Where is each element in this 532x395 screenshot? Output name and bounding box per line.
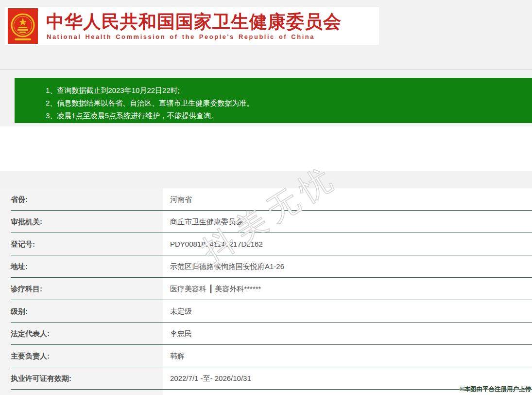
field-value: 未定级	[170, 300, 192, 323]
copyright-note: ©本图由平台注册用户上传	[460, 385, 531, 394]
header-divider	[0, 69, 532, 70]
field-label: 审批机关:	[11, 211, 42, 233]
field-label: 登记号:	[11, 233, 35, 255]
table-row: 主要负责人: 韩辉	[0, 345, 532, 367]
field-label: 法定代表人:	[11, 323, 50, 345]
page: 中华人民共和国国家卫生健康委员会 National Health Commiss…	[0, 0, 532, 395]
table-row: 诊疗科目: 医疗美容科 ┃ 美容外科******	[0, 278, 532, 300]
field-value: 示范区归德路候恂路国安悦府A1-26	[170, 255, 284, 278]
field-label: 级别:	[11, 300, 28, 323]
notice-line-2: 2、信息数据结果以各省、自治区、直辖市卫生健康委数据为准。	[46, 97, 532, 109]
table-row: 省份: 河南省	[0, 188, 532, 211]
field-label: 诊疗科目:	[11, 278, 42, 300]
field-value: 李忠民	[170, 323, 192, 345]
field-label: 省份:	[11, 188, 28, 211]
site-title-english: National Health Commission of the People…	[47, 33, 315, 40]
china-national-emblem-icon	[8, 8, 38, 44]
table-row: 地址: 示范区归德路候恂路国安悦府A1-26	[0, 255, 532, 278]
notice-line-1: 1、查询数据截止到2023年10月22日22时;	[46, 84, 532, 97]
field-value: 河南省	[170, 188, 192, 211]
table-row: 审批机关: 商丘市卫生健康委员会	[0, 211, 532, 233]
table-row: 登记号: PDY00818541140217D2162	[0, 233, 532, 255]
notice-box: 1、查询数据截止到2023年10月22日22时; 2、信息数据结果以各省、自治区…	[15, 78, 532, 123]
field-label: 地址:	[11, 255, 28, 278]
field-value: PDY00818541140217D2162	[170, 233, 263, 255]
table-row: 级别: 未定级	[0, 300, 532, 323]
notice-line-3: 3、凌晨1点至凌晨5点系统进行维护，不能提供查询。	[46, 109, 532, 122]
field-label: 执业许可证有效期:	[11, 367, 71, 390]
field-label: 主要负责人:	[11, 345, 50, 367]
table-row: 执业许可证有效期: 2022/7/1 -至- 2026/10/31	[0, 367, 532, 390]
site-header: 中华人民共和国国家卫生健康委员会 National Health Commiss…	[5, 7, 379, 45]
field-value: 商丘市卫生健康委员会	[170, 211, 243, 233]
site-title-chinese: 中华人民共和国国家卫生健康委员会	[46, 10, 342, 34]
row-divider	[11, 389, 532, 390]
field-value: 2022/7/1 -至- 2026/10/31	[170, 367, 251, 390]
table-row: 法定代表人: 李忠民	[0, 323, 532, 345]
field-value: 韩辉	[170, 345, 185, 367]
field-value: 医疗美容科 ┃ 美容外科******	[170, 278, 261, 300]
info-table: 省份: 河南省 审批机关: 商丘市卫生健康委员会 登记号: PDY0081854…	[0, 188, 532, 395]
title-block: 商丘市城乡一体化示范区商美医疗美容诊所	[0, 126, 532, 171]
